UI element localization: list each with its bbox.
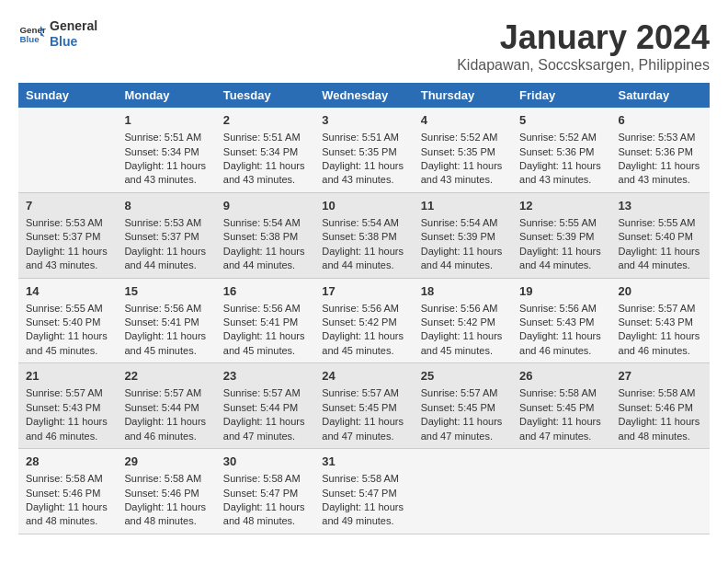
calendar-cell: 10Sunrise: 5:54 AMSunset: 5:38 PMDayligh… — [314, 192, 413, 278]
day-number: 20 — [619, 283, 702, 300]
calendar-cell: 23Sunrise: 5:57 AMSunset: 5:44 PMDayligh… — [216, 363, 314, 449]
sunrise-info: Sunrise: 5:56 AM — [519, 302, 603, 316]
sunset-info: Sunset: 5:40 PM — [619, 230, 702, 244]
daylight-info: Daylight: 11 hours and 49 minutes. — [322, 500, 405, 529]
sunset-info: Sunset: 5:39 PM — [519, 230, 603, 244]
day-number: 23 — [223, 368, 307, 385]
daylight-info: Daylight: 11 hours and 48 minutes. — [223, 500, 307, 529]
sunset-info: Sunset: 5:47 PM — [223, 487, 307, 500]
sunset-info: Sunset: 5:44 PM — [124, 401, 208, 415]
calendar-cell: 7Sunrise: 5:53 AMSunset: 5:37 PMDaylight… — [18, 192, 117, 278]
sunset-info: Sunset: 5:43 PM — [519, 316, 603, 329]
daylight-info: Daylight: 11 hours and 47 minutes. — [421, 415, 505, 443]
day-number: 11 — [421, 198, 505, 214]
week-row-5: 28Sunrise: 5:58 AMSunset: 5:46 PMDayligh… — [18, 449, 710, 534]
daylight-info: Daylight: 11 hours and 44 minutes. — [322, 245, 405, 273]
calendar-cell: 26Sunrise: 5:58 AMSunset: 5:45 PMDayligh… — [512, 363, 610, 449]
calendar-cell: 5Sunrise: 5:52 AMSunset: 5:36 PMDaylight… — [512, 108, 610, 192]
sunrise-info: Sunrise: 5:58 AM — [26, 472, 109, 486]
sunrise-info: Sunrise: 5:51 AM — [322, 131, 405, 144]
daylight-info: Daylight: 11 hours and 45 minutes. — [124, 329, 208, 358]
calendar-cell: 30Sunrise: 5:58 AMSunset: 5:47 PMDayligh… — [216, 449, 314, 534]
sunset-info: Sunset: 5:42 PM — [322, 316, 405, 329]
week-row-4: 21Sunrise: 5:57 AMSunset: 5:43 PMDayligh… — [18, 363, 710, 449]
header-day-monday: Monday — [117, 83, 215, 108]
calendar-cell: 13Sunrise: 5:55 AMSunset: 5:40 PMDayligh… — [611, 192, 710, 278]
calendar-cell: 27Sunrise: 5:58 AMSunset: 5:46 PMDayligh… — [611, 363, 710, 449]
daylight-info: Daylight: 11 hours and 48 minutes. — [619, 415, 702, 443]
day-number: 19 — [519, 283, 603, 300]
sunrise-info: Sunrise: 5:56 AM — [322, 302, 405, 316]
sunrise-info: Sunrise: 5:56 AM — [223, 302, 307, 316]
sunset-info: Sunset: 5:46 PM — [26, 487, 109, 500]
calendar-cell — [18, 108, 117, 192]
sunset-info: Sunset: 5:43 PM — [619, 316, 702, 329]
day-number: 22 — [124, 368, 208, 385]
header-day-saturday: Saturday — [611, 83, 710, 108]
calendar-cell — [512, 449, 610, 534]
sunrise-info: Sunrise: 5:56 AM — [421, 302, 505, 316]
daylight-info: Daylight: 11 hours and 47 minutes. — [223, 415, 307, 443]
sunset-info: Sunset: 5:41 PM — [223, 316, 307, 329]
calendar-cell: 3Sunrise: 5:51 AMSunset: 5:35 PMDaylight… — [314, 108, 413, 192]
sunrise-info: Sunrise: 5:57 AM — [223, 386, 307, 400]
day-number: 2 — [223, 112, 307, 129]
header-day-wednesday: Wednesday — [314, 83, 413, 108]
sunset-info: Sunset: 5:36 PM — [519, 145, 603, 159]
calendar-cell: 9Sunrise: 5:54 AMSunset: 5:38 PMDaylight… — [216, 192, 314, 278]
daylight-info: Daylight: 11 hours and 47 minutes. — [519, 415, 603, 443]
sunset-info: Sunset: 5:43 PM — [26, 401, 109, 415]
daylight-info: Daylight: 11 hours and 44 minutes. — [421, 245, 505, 273]
daylight-info: Daylight: 11 hours and 43 minutes. — [421, 159, 505, 188]
calendar-cell: 16Sunrise: 5:56 AMSunset: 5:41 PMDayligh… — [216, 278, 314, 363]
calendar-cell: 8Sunrise: 5:53 AMSunset: 5:37 PMDaylight… — [117, 192, 215, 278]
calendar-cell — [611, 449, 710, 534]
sunrise-info: Sunrise: 5:57 AM — [26, 386, 109, 400]
day-number: 10 — [322, 198, 405, 214]
sunset-info: Sunset: 5:42 PM — [421, 316, 505, 329]
sunset-info: Sunset: 5:38 PM — [223, 230, 307, 244]
calendar-cell: 11Sunrise: 5:54 AMSunset: 5:39 PMDayligh… — [414, 192, 512, 278]
sunrise-info: Sunrise: 5:54 AM — [322, 216, 405, 230]
sunset-info: Sunset: 5:35 PM — [421, 145, 505, 159]
sunset-info: Sunset: 5:45 PM — [322, 401, 405, 415]
sunrise-info: Sunrise: 5:57 AM — [619, 302, 702, 316]
daylight-info: Daylight: 11 hours and 45 minutes. — [26, 329, 109, 358]
header-day-tuesday: Tuesday — [216, 83, 314, 108]
sunrise-info: Sunrise: 5:57 AM — [124, 386, 208, 400]
calendar-cell: 25Sunrise: 5:57 AMSunset: 5:45 PMDayligh… — [414, 363, 512, 449]
day-number: 8 — [124, 198, 208, 214]
calendar-cell: 15Sunrise: 5:56 AMSunset: 5:41 PMDayligh… — [117, 278, 215, 363]
day-number: 12 — [519, 198, 603, 214]
sunrise-info: Sunrise: 5:55 AM — [619, 216, 702, 230]
day-number: 18 — [421, 283, 505, 300]
sunrise-info: Sunrise: 5:58 AM — [124, 472, 208, 486]
day-number: 5 — [519, 112, 603, 129]
day-number: 21 — [26, 368, 109, 385]
sunrise-info: Sunrise: 5:52 AM — [519, 131, 603, 144]
sunrise-info: Sunrise: 5:53 AM — [26, 216, 109, 230]
week-row-3: 14Sunrise: 5:55 AMSunset: 5:40 PMDayligh… — [18, 278, 710, 363]
calendar-cell: 31Sunrise: 5:58 AMSunset: 5:47 PMDayligh… — [314, 449, 413, 534]
sunrise-info: Sunrise: 5:57 AM — [421, 386, 505, 400]
sunrise-info: Sunrise: 5:56 AM — [124, 302, 208, 316]
day-number: 16 — [223, 283, 307, 300]
calendar-cell: 18Sunrise: 5:56 AMSunset: 5:42 PMDayligh… — [414, 278, 512, 363]
sunset-info: Sunset: 5:35 PM — [322, 145, 405, 159]
daylight-info: Daylight: 11 hours and 48 minutes. — [124, 500, 208, 529]
calendar-cell: 28Sunrise: 5:58 AMSunset: 5:46 PMDayligh… — [18, 449, 117, 534]
sunrise-info: Sunrise: 5:58 AM — [322, 472, 405, 486]
day-number: 7 — [26, 198, 109, 214]
calendar-cell: 4Sunrise: 5:52 AMSunset: 5:35 PMDaylight… — [414, 108, 512, 192]
sunrise-info: Sunrise: 5:57 AM — [322, 386, 405, 400]
sunrise-info: Sunrise: 5:53 AM — [124, 216, 208, 230]
header: General Blue General Blue January 2024 K… — [18, 18, 710, 74]
sunset-info: Sunset: 5:46 PM — [619, 401, 702, 415]
sunrise-info: Sunrise: 5:55 AM — [519, 216, 603, 230]
sunrise-info: Sunrise: 5:58 AM — [619, 386, 702, 400]
daylight-info: Daylight: 11 hours and 46 minutes. — [619, 329, 702, 358]
daylight-info: Daylight: 11 hours and 43 minutes. — [619, 159, 702, 188]
calendar-cell — [414, 449, 512, 534]
day-number: 31 — [322, 454, 405, 470]
daylight-info: Daylight: 11 hours and 43 minutes. — [223, 159, 307, 188]
